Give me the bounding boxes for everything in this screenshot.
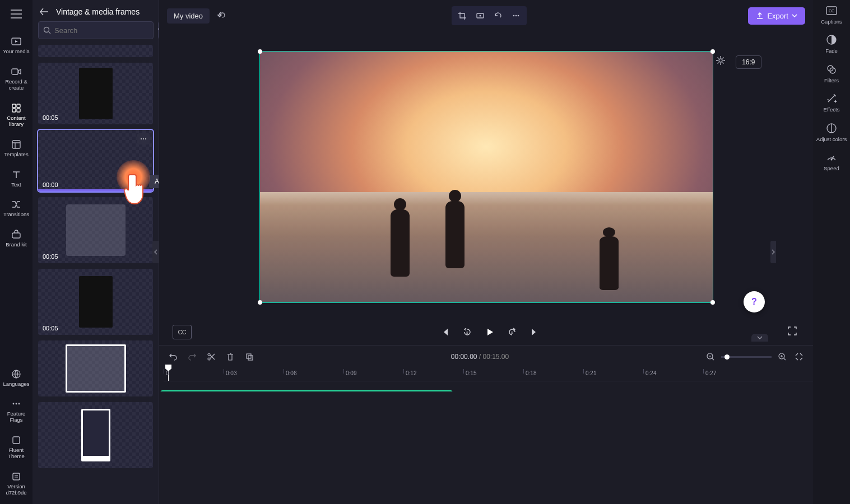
more-tools-button[interactable] xyxy=(508,8,524,23)
media-icon xyxy=(11,36,22,47)
asset-thumb[interactable]: 00:05 xyxy=(38,63,153,124)
thumb-more-button[interactable]: ⋯ xyxy=(137,133,150,144)
right-panel-toggle[interactable] xyxy=(770,241,776,263)
version-icon xyxy=(11,471,22,482)
redo-button[interactable] xyxy=(186,351,198,363)
sync-icon[interactable] xyxy=(215,8,230,23)
nav-templates[interactable]: Templates xyxy=(1,137,32,160)
prop-adjust-colors[interactable]: Adjust colors xyxy=(816,122,847,142)
ruler-tick: 0:21 xyxy=(586,370,596,376)
prop-filters[interactable]: Filters xyxy=(824,63,839,83)
next-frame-button[interactable] xyxy=(528,326,541,338)
zoom-out-button[interactable] xyxy=(704,351,717,363)
undo-button[interactable] xyxy=(167,351,179,363)
back-button[interactable] xyxy=(38,6,50,18)
asset-thumb[interactable] xyxy=(38,402,153,468)
svg-text:CC: CC xyxy=(829,9,834,13)
timeline-ruler[interactable]: 00:030:060:090:120:150:180:210:240:27 xyxy=(164,368,813,381)
fit-button[interactable] xyxy=(472,8,489,23)
globe-icon xyxy=(11,368,22,380)
svg-rect-7 xyxy=(12,233,20,238)
split-button[interactable] xyxy=(205,351,217,363)
svg-point-11 xyxy=(18,403,20,405)
asset-thumb[interactable]: 00:05 xyxy=(38,197,153,263)
aspect-ratio-chip[interactable]: 16:9 xyxy=(736,55,761,69)
nav-your-media[interactable]: Your media xyxy=(1,34,32,57)
ruler-tick: 0:18 xyxy=(526,370,536,376)
svg-rect-13 xyxy=(13,473,20,480)
asset-thumb[interactable] xyxy=(38,45,153,57)
svg-rect-6 xyxy=(12,141,20,148)
crop-button[interactable] xyxy=(454,8,471,23)
menu-icon[interactable] xyxy=(7,4,26,24)
svg-point-18 xyxy=(515,15,517,17)
templates-icon xyxy=(11,139,22,150)
asset-list[interactable]: 00:05 ⋯ 00:00 00:05 00:05 Add to timelin… xyxy=(32,45,159,504)
play-button[interactable] xyxy=(484,326,496,338)
prev-frame-button[interactable] xyxy=(439,326,451,338)
prop-effects[interactable]: Effects xyxy=(824,92,840,113)
effects-icon xyxy=(825,92,838,105)
captions-toggle[interactable]: CC xyxy=(173,325,192,339)
fullscreen-button[interactable] xyxy=(787,326,800,338)
ruler-tick: 0:03 xyxy=(226,370,236,376)
nav-record-create[interactable]: Record & create xyxy=(1,64,32,94)
nav-transitions[interactable]: Transitions xyxy=(1,197,32,220)
svg-point-23 xyxy=(208,358,210,360)
collapse-timeline-button[interactable] xyxy=(751,334,768,342)
zoom-fit-button[interactable] xyxy=(793,351,805,363)
clip-frame-overlay[interactable] xyxy=(160,390,453,391)
svg-rect-5 xyxy=(17,109,20,112)
asset-panel: Vintage & media frames 00:05 ⋯ 00:00 xyxy=(32,0,159,504)
search-icon xyxy=(43,26,51,34)
panel-collapse-button[interactable] xyxy=(152,241,159,263)
svg-point-32 xyxy=(828,66,833,71)
search-input[interactable] xyxy=(54,26,148,35)
asset-thumb-selected[interactable]: ⋯ 00:00 xyxy=(38,130,153,192)
panel-title: Vintage & media frames xyxy=(56,7,140,16)
zoom-slider[interactable] xyxy=(721,356,772,358)
rotate-button[interactable] xyxy=(490,8,507,23)
nav-fluent-theme[interactable]: Fluent Theme xyxy=(1,432,32,462)
svg-rect-3 xyxy=(17,104,20,108)
prop-speed[interactable]: Speed xyxy=(824,151,839,171)
canvas-settings-button[interactable] xyxy=(716,55,728,68)
duplicate-button[interactable] xyxy=(243,351,256,363)
asset-thumb[interactable]: 00:05 xyxy=(38,269,153,335)
text-icon xyxy=(11,169,22,180)
nav-languages[interactable]: Languages xyxy=(1,366,32,390)
filters-icon xyxy=(825,63,838,76)
left-rail: Your media Record & create Content libra… xyxy=(0,0,32,504)
svg-point-20 xyxy=(719,59,722,62)
tracks-area[interactable] xyxy=(159,381,813,391)
nav-brand-kit[interactable]: Brand kit xyxy=(1,227,32,250)
skip-fwd-button[interactable]: 5 xyxy=(506,326,518,338)
prop-fade[interactable]: Fade xyxy=(825,34,838,54)
svg-rect-4 xyxy=(12,109,16,112)
flags-icon xyxy=(11,398,22,409)
nav-text[interactable]: Text xyxy=(1,167,32,190)
svg-point-17 xyxy=(513,15,514,17)
svg-point-10 xyxy=(16,403,17,405)
topbar: My video Export xyxy=(159,0,813,31)
ruler-tick: 0 xyxy=(166,370,169,376)
prop-captions[interactable]: CC Captions xyxy=(821,4,842,25)
fade-icon xyxy=(825,34,838,46)
document-title[interactable]: My video xyxy=(167,8,210,24)
ruler-tick: 0:06 xyxy=(286,370,296,376)
nav-version[interactable]: Version d72b9de xyxy=(1,469,32,498)
skip-back-button[interactable]: 5 xyxy=(461,326,473,338)
nav-content-library[interactable]: Content library xyxy=(1,100,32,130)
selection-box[interactable] xyxy=(259,51,713,303)
ruler-tick: 0:09 xyxy=(346,370,356,376)
help-button[interactable]: ? xyxy=(744,291,765,312)
main-area: My video Export xyxy=(159,0,813,504)
asset-thumb[interactable] xyxy=(38,340,153,396)
nav-feature-flags[interactable]: Feature Flags xyxy=(1,396,32,426)
ruler-tick: 0:24 xyxy=(645,370,656,376)
tooltip-add-to-timeline: Add to timeline xyxy=(149,175,159,188)
export-button[interactable]: Export xyxy=(748,7,805,25)
zoom-in-button[interactable] xyxy=(776,351,788,363)
delete-button[interactable] xyxy=(224,351,236,363)
search-box[interactable] xyxy=(38,21,154,39)
